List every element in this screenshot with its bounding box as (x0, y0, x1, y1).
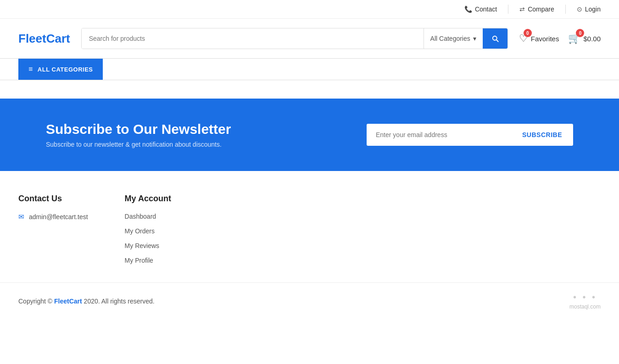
newsletter-title: Subscribe to Our Newsletter (46, 121, 231, 137)
watermark-text: mostaql.com (569, 303, 601, 310)
search-button[interactable] (483, 28, 507, 49)
account-section: My Account Dashboard My Orders My Review… (125, 194, 171, 264)
my-reviews-link[interactable]: My Reviews (125, 242, 171, 249)
contact-email-text: admin@fleetcart.test (29, 213, 88, 221)
site-logo[interactable]: FleetCart (18, 32, 70, 46)
phone-icon: 📞 (464, 6, 472, 13)
contact-section-title: Contact Us (18, 194, 88, 204)
nav-bar: ≡ ALL CATEGORIES (0, 58, 619, 80)
favorites-button[interactable]: ♡ 0 Favorites (519, 33, 559, 44)
dashboard-link[interactable]: Dashboard (125, 213, 171, 220)
contact-email: ✉ admin@fleetcart.test (18, 213, 88, 221)
hamburger-icon: ≡ (28, 65, 33, 73)
my-orders-link[interactable]: My Orders (125, 227, 171, 235)
copyright-text: Copyright © FleetCart 2020. All rights r… (18, 298, 155, 305)
divider-1 (508, 5, 508, 14)
search-icon (491, 34, 499, 43)
email-input[interactable] (368, 125, 512, 145)
all-categories-label: ALL CATEGORIES (38, 66, 93, 73)
contact-label: Contact (475, 6, 497, 13)
newsletter-text: Subscribe to Our Newsletter Subscribe to… (46, 121, 231, 148)
search-bar: All Categories ▾ (81, 28, 508, 49)
header-actions: ♡ 0 Favorites 🛒 0 $0.00 (519, 33, 601, 44)
favorites-label: Favorites (531, 35, 559, 43)
compare-link[interactable]: ⇄ Compare (519, 6, 554, 13)
account-section-title: My Account (125, 194, 171, 204)
user-icon: ⊙ (577, 6, 582, 13)
cart-total: $0.00 (583, 35, 601, 43)
my-profile-link[interactable]: My Profile (125, 257, 171, 264)
compare-label: Compare (528, 6, 554, 13)
cart-button[interactable]: 🛒 0 $0.00 (568, 33, 601, 44)
subscribe-button[interactable]: SUBSCRIBE (512, 125, 572, 145)
category-dropdown[interactable]: All Categories ▾ (424, 28, 483, 49)
heart-icon: ♡ 0 (519, 33, 528, 44)
watermark: • • • mostaql.com (569, 292, 601, 310)
watermark-dots: • • • (573, 292, 597, 303)
brand-link[interactable]: FleetCart (54, 298, 82, 305)
contact-link[interactable]: 📞 Contact (464, 6, 497, 13)
category-label: All Categories (430, 35, 470, 42)
footer-main: Contact Us ✉ admin@fleetcart.test My Acc… (0, 171, 619, 282)
email-icon: ✉ (18, 213, 24, 221)
newsletter-section: Subscribe to Our Newsletter Subscribe to… (0, 99, 619, 171)
header: FleetCart All Categories ▾ ♡ 0 Favorites… (0, 19, 619, 58)
search-input[interactable] (82, 28, 424, 49)
account-links: Dashboard My Orders My Reviews My Profil… (125, 213, 171, 264)
chevron-down-icon: ▾ (473, 35, 476, 42)
footer-bottom: Copyright © FleetCart 2020. All rights r… (0, 282, 619, 319)
top-bar: 📞 Contact ⇄ Compare ⊙ Login (0, 0, 619, 19)
all-categories-button[interactable]: ≡ ALL CATEGORIES (18, 59, 103, 80)
newsletter-form: SUBSCRIBE (367, 124, 573, 146)
compare-icon: ⇄ (519, 6, 525, 13)
login-label: Login (585, 6, 601, 13)
contact-section: Contact Us ✉ admin@fleetcart.test (18, 194, 88, 264)
favorites-badge: 0 (524, 29, 532, 37)
login-link[interactable]: ⊙ Login (577, 6, 601, 13)
cart-icon: 🛒 0 (568, 33, 580, 44)
divider-2 (565, 5, 566, 14)
newsletter-subtitle: Subscribe to our newsletter & get notifi… (46, 141, 231, 148)
